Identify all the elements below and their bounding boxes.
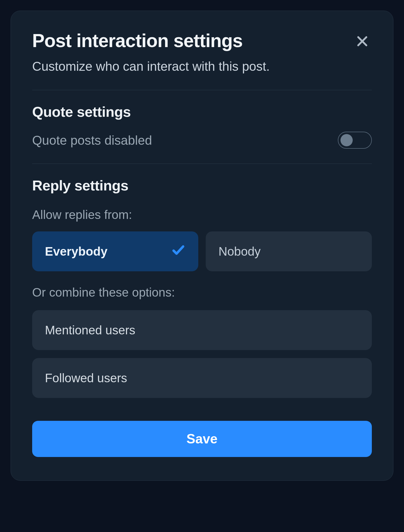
combine-options-label: Or combine these options: (32, 285, 372, 300)
option-mentioned-users-label: Mentioned users (45, 323, 135, 337)
modal-title: Post interaction settings (32, 30, 270, 52)
header-text: Post interaction settings Customize who … (32, 30, 270, 75)
option-mentioned-users[interactable]: Mentioned users (32, 310, 372, 350)
reply-section-title: Reply settings (32, 177, 372, 194)
quote-toggle-switch[interactable] (338, 132, 372, 149)
modal-header: Post interaction settings Customize who … (32, 30, 372, 75)
reply-settings-section: Reply settings Allow replies from: Every… (32, 177, 372, 398)
quote-section-title: Quote settings (32, 103, 372, 120)
option-nobody-label: Nobody (218, 244, 261, 259)
save-button-label: Save (187, 431, 218, 447)
option-everybody[interactable]: Everybody (32, 231, 198, 271)
close-icon (356, 35, 368, 47)
option-everybody-label: Everybody (45, 244, 107, 259)
quote-settings-section: Quote settings Quote posts disabled (32, 103, 372, 149)
quote-toggle-row: Quote posts disabled (32, 132, 372, 149)
allow-replies-label: Allow replies from: (32, 207, 372, 222)
modal-subtitle: Customize who can interact with this pos… (32, 58, 270, 75)
divider (32, 164, 372, 164)
option-nobody[interactable]: Nobody (206, 231, 372, 271)
close-button[interactable] (353, 32, 372, 51)
post-interaction-modal: Post interaction settings Customize who … (11, 11, 393, 481)
reply-combine-options: Mentioned users Followed users (32, 310, 372, 398)
quote-toggle-label: Quote posts disabled (32, 133, 152, 148)
switch-knob (340, 134, 353, 146)
divider (32, 90, 372, 90)
save-button[interactable]: Save (32, 421, 372, 457)
reply-primary-options: Everybody Nobody (32, 231, 372, 271)
check-icon (171, 243, 186, 260)
option-followed-users[interactable]: Followed users (32, 358, 372, 398)
option-followed-users-label: Followed users (45, 371, 127, 385)
